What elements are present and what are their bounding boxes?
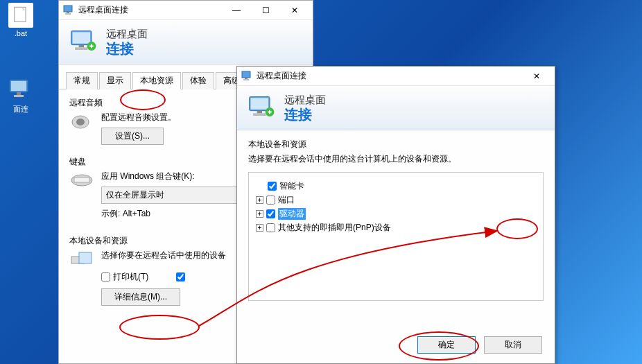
tree-item-drives[interactable]: + 驱动器 bbox=[256, 208, 536, 220]
svg-rect-23 bbox=[251, 98, 269, 110]
svg-rect-3 bbox=[17, 92, 21, 95]
app-title-line1: 远程桌面 bbox=[284, 94, 326, 106]
tree-item-ports[interactable]: + 端口 bbox=[256, 194, 536, 206]
svg-rect-21 bbox=[243, 79, 249, 80]
checkbox[interactable] bbox=[266, 209, 275, 218]
svg-rect-19 bbox=[242, 71, 250, 78]
svg-rect-18 bbox=[79, 252, 92, 263]
svg-rect-11 bbox=[75, 47, 87, 50]
window-title: 远程桌面连接 bbox=[257, 70, 523, 82]
svg-point-14 bbox=[76, 119, 85, 125]
app-icon bbox=[63, 5, 74, 16]
app-icon bbox=[241, 71, 252, 82]
titlebar[interactable]: 远程桌面连接 ✕ bbox=[237, 67, 555, 86]
svg-rect-4 bbox=[14, 95, 24, 97]
svg-rect-20 bbox=[245, 78, 248, 79]
desktop-icon-bat[interactable]: .bat bbox=[1, 0, 40, 40]
checkbox[interactable] bbox=[268, 182, 277, 191]
cancel-button[interactable]: 取消 bbox=[484, 336, 542, 354]
app-title-line1: 远程桌面 bbox=[106, 28, 148, 40]
svg-rect-16 bbox=[74, 177, 89, 182]
svg-rect-6 bbox=[67, 12, 69, 13]
close-button[interactable]: ✕ bbox=[281, 3, 309, 18]
tree-item-smartcard[interactable]: 智能卡 bbox=[256, 180, 536, 192]
rdc-details-dialog: 远程桌面连接 ✕ 远程桌面 连接 本地设备和资源 选择要在远程会话中使用的这台计… bbox=[236, 66, 555, 364]
expand-icon[interactable]: + bbox=[256, 224, 263, 232]
section-title: 本地设备和资源 bbox=[248, 139, 544, 150]
tab-display[interactable]: 显示 bbox=[99, 72, 131, 89]
svg-rect-9 bbox=[73, 32, 91, 44]
keyboard-icon bbox=[69, 171, 94, 191]
tab-general[interactable]: 常规 bbox=[66, 72, 98, 89]
close-button[interactable]: ✕ bbox=[523, 69, 550, 84]
rdc-header-icon bbox=[69, 27, 99, 58]
svg-rect-5 bbox=[64, 6, 72, 12]
tab-experience[interactable]: 体验 bbox=[182, 72, 214, 89]
devices-icon bbox=[69, 250, 94, 270]
svg-rect-2 bbox=[11, 81, 26, 91]
svg-rect-10 bbox=[79, 44, 84, 47]
app-title-line2: 连接 bbox=[284, 106, 326, 123]
tree-item-pnp[interactable]: + 其他支持的即插即用(PnP)设备 bbox=[256, 222, 536, 234]
expand-icon[interactable]: + bbox=[256, 210, 263, 218]
desktop-icon-rdc[interactable]: 面连 bbox=[1, 75, 40, 117]
printer-checkbox[interactable]: 打印机(T) bbox=[101, 271, 148, 283]
expand-icon[interactable]: + bbox=[256, 196, 263, 204]
app-title-line2: 连接 bbox=[106, 40, 148, 57]
details-button[interactable]: 详细信息(M)... bbox=[101, 288, 180, 306]
desktop-icon-label: 面连 bbox=[13, 105, 28, 113]
rdc-icon bbox=[8, 78, 33, 103]
devices-tree[interactable]: 智能卡 + 端口 + 驱动器 + 其他支持的即插即用(PnP)设备 bbox=[248, 172, 544, 301]
svg-rect-7 bbox=[65, 13, 71, 15]
audio-settings-button[interactable]: 设置(S)... bbox=[101, 128, 164, 145]
checkbox[interactable] bbox=[266, 196, 275, 205]
svg-rect-24 bbox=[257, 110, 262, 113]
file-icon bbox=[8, 3, 33, 28]
speaker-icon bbox=[69, 112, 94, 132]
maximize-button[interactable]: ☐ bbox=[252, 3, 279, 18]
tree-item-label-highlighted: 驱动器 bbox=[278, 208, 306, 220]
header-band: 远程桌面 连接 bbox=[237, 86, 555, 130]
rdc-header-icon bbox=[247, 93, 277, 123]
header-band: 远程桌面 连接 bbox=[59, 20, 313, 64]
desktop-icon-label: .bat bbox=[15, 29, 27, 37]
window-title: 远程桌面连接 bbox=[78, 4, 223, 16]
svg-rect-25 bbox=[253, 113, 266, 116]
ok-button[interactable]: 确定 bbox=[417, 336, 476, 354]
checkbox[interactable] bbox=[266, 223, 275, 232]
minimize-button[interactable]: — bbox=[223, 3, 250, 18]
titlebar[interactable]: 远程桌面连接 — ☐ ✕ bbox=[59, 1, 313, 20]
clipboard-checkbox[interactable] bbox=[176, 271, 185, 283]
tab-local-resources[interactable]: 本地资源 bbox=[132, 72, 181, 89]
section-desc: 选择要在远程会话中使用的这台计算机上的设备和资源。 bbox=[248, 153, 544, 165]
